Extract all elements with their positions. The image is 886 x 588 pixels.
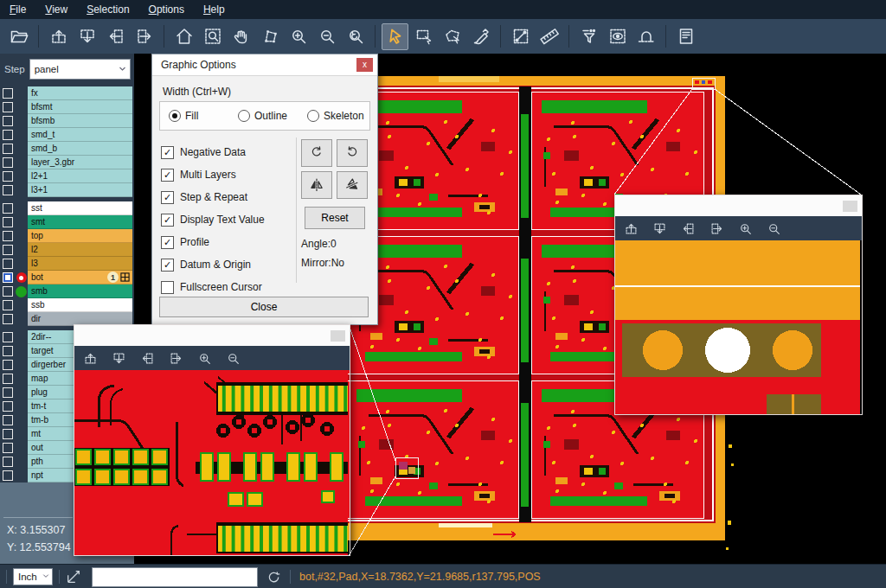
layer-name[interactable]: bfsmb (28, 114, 132, 128)
home-button[interactable] (170, 23, 197, 50)
layer-checkbox[interactable] (3, 374, 13, 384)
rotate-ccw-button[interactable] (337, 139, 368, 167)
group-select-button[interactable] (439, 23, 465, 50)
close-button[interactable]: Close (159, 297, 369, 317)
checkbox-profile[interactable]: ✓Profile (161, 231, 292, 253)
checkbox-step-repeat[interactable]: ✓Step & Repeat (161, 186, 292, 208)
ruler-button[interactable] (536, 23, 562, 50)
radio-skeleton[interactable]: Skeleton (307, 110, 368, 122)
layer-row-bfsmt[interactable]: bfsmt (0, 100, 134, 114)
layer-checkbox[interactable] (3, 457, 13, 467)
layer-checkbox[interactable] (3, 130, 13, 140)
box-arrow-down-button[interactable] (112, 351, 126, 366)
layer-name[interactable]: l2+1 (28, 169, 132, 183)
box-arrow-left-button[interactable] (102, 23, 129, 50)
folder-open-button[interactable] (5, 23, 32, 50)
checkbox-multi-layers[interactable]: ✓Multi Layers (161, 163, 292, 186)
checkbox-datum-origin[interactable]: ✓Datum & Origin (161, 253, 292, 276)
zoom-in-button[interactable] (197, 351, 212, 366)
layer-name[interactable]: top (28, 229, 132, 243)
layer-checkbox[interactable] (3, 443, 13, 453)
box-arrow-up-button[interactable] (45, 23, 72, 50)
filter-button[interactable] (575, 23, 602, 50)
layer-row-smb[interactable]: smb (0, 284, 134, 298)
command-input[interactable] (92, 567, 258, 587)
zoom-out-button[interactable] (226, 351, 241, 366)
brush-button[interactable] (467, 23, 494, 50)
zoom-region-button[interactable] (199, 23, 226, 50)
layer-checkbox[interactable] (3, 272, 13, 283)
box-arrow-up-button[interactable] (624, 221, 639, 236)
radio-outline[interactable]: Outline (238, 110, 299, 122)
menu-item-file[interactable]: File (0, 0, 35, 19)
layer-checkbox[interactable] (3, 401, 13, 412)
layer-row-bfsmb[interactable]: bfsmb (0, 114, 134, 128)
layers-form-button[interactable] (672, 23, 699, 50)
layer-checkbox[interactable] (3, 314, 13, 324)
zoom-previous-button[interactable] (342, 23, 369, 50)
view-options-button[interactable] (604, 23, 631, 50)
layer-checkbox[interactable] (3, 203, 13, 214)
box-arrow-left-button[interactable] (140, 351, 155, 366)
measure-diagonal-button[interactable] (507, 23, 534, 50)
layer-checkbox[interactable] (3, 116, 13, 126)
refresh-icon[interactable] (266, 570, 281, 585)
dialog-titlebar[interactable]: Graphic Options x (152, 54, 377, 76)
layer-row-bot[interactable]: bot1 (0, 271, 134, 284)
box-arrow-right-button[interactable] (131, 23, 157, 50)
rotate-cw-button[interactable] (301, 139, 332, 167)
layer-row-smd_t[interactable]: smd_t (0, 128, 134, 142)
layer-name[interactable]: smd_t (28, 128, 132, 142)
layer-checkbox[interactable] (3, 332, 13, 342)
layer-name[interactable]: smt (28, 215, 132, 229)
unit-select[interactable]: Inch (13, 568, 53, 585)
layer-name[interactable]: l2 (28, 243, 132, 257)
layer-checkbox[interactable] (3, 259, 13, 269)
layer-checkbox[interactable] (3, 88, 13, 99)
menu-item-selection[interactable]: Selection (77, 0, 138, 19)
popup-window-button[interactable] (331, 330, 345, 342)
checkbox-fullscreen-cursor[interactable]: Fullscreen Cursor (161, 276, 292, 298)
layer-checkbox[interactable] (3, 102, 13, 112)
layer-checkbox[interactable] (3, 429, 13, 439)
layer-checkbox[interactable] (3, 144, 13, 154)
layer-name[interactable]: bfsmt (28, 100, 132, 114)
layer-name[interactable]: l3+1 (28, 183, 132, 197)
layer-checkbox[interactable] (3, 346, 13, 356)
layer-row-ssb[interactable]: ssb (0, 298, 134, 312)
layer-name[interactable]: layer_3.gbr (28, 156, 132, 169)
corner-measure-icon[interactable] (66, 569, 81, 585)
layer-checkbox[interactable] (3, 286, 13, 297)
mirror-h-button[interactable] (301, 171, 332, 199)
layer-row-l3[interactable]: l3 (0, 257, 134, 271)
layer-name[interactable]: fx (28, 86, 132, 100)
popup-window-button[interactable] (843, 201, 857, 212)
mirror-v-button[interactable] (337, 171, 368, 199)
layer-row-l2[interactable]: l2 (0, 243, 134, 257)
layer-row-smd_b[interactable]: smd_b (0, 142, 134, 156)
layer-name[interactable]: smd_b (28, 142, 132, 156)
layer-row-smt[interactable]: smt (0, 215, 134, 229)
snap-button[interactable] (632, 23, 659, 50)
layer-checkbox[interactable] (3, 415, 13, 425)
pan-button[interactable] (228, 23, 254, 50)
layer-name[interactable]: l3 (28, 257, 132, 271)
red-indicator-icon[interactable] (16, 272, 27, 283)
box-arrow-down-button[interactable] (652, 221, 667, 236)
layer-checkbox[interactable] (3, 171, 13, 182)
zoom-in-button[interactable] (285, 23, 311, 50)
menu-item-view[interactable]: View (35, 0, 77, 19)
layer-name[interactable]: smb (28, 284, 132, 298)
layer-row-sst[interactable]: sst (0, 201, 134, 215)
layer-row-l2+1[interactable]: l2+1 (0, 169, 134, 183)
layer-checkbox[interactable] (3, 231, 13, 241)
checkbox-negative-data[interactable]: ✓Negative Data (161, 141, 292, 163)
step-select[interactable]: panel (29, 59, 131, 80)
reset-button[interactable]: Reset (305, 207, 365, 229)
popup-titlebar[interactable] (74, 325, 350, 346)
layer-checkbox[interactable] (3, 157, 13, 168)
layer-row-l3+1[interactable]: l3+1 (0, 183, 134, 197)
menu-item-options[interactable]: Options (139, 0, 194, 19)
zoom-in-button[interactable] (738, 221, 753, 236)
box-arrow-down-button[interactable] (74, 23, 100, 50)
